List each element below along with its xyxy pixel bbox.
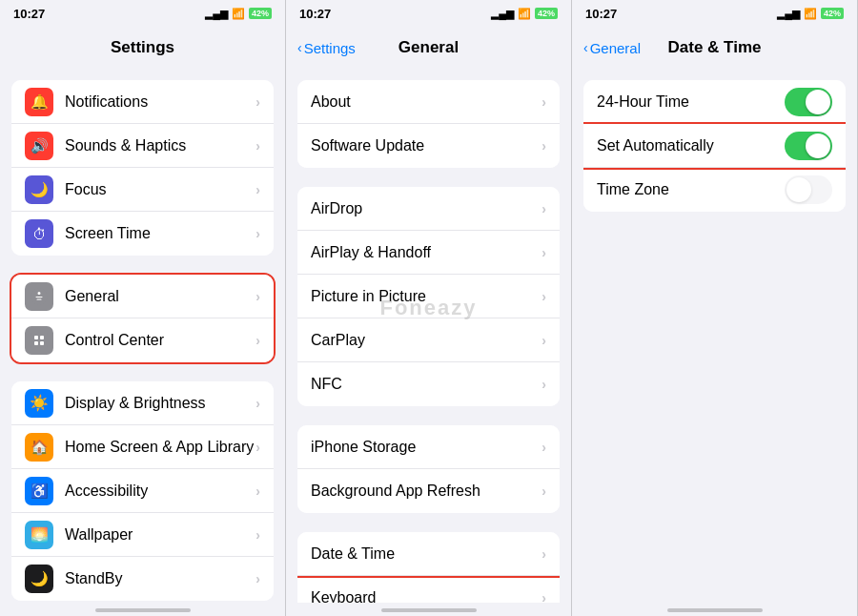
row-timezone[interactable]: Time Zone	[583, 168, 846, 212]
row-airplay[interactable]: AirPlay & Handoff ›	[297, 231, 560, 275]
svg-rect-4	[34, 341, 38, 345]
focus-icon: 🌙	[25, 175, 53, 204]
timezone-toggle-knob	[786, 177, 811, 202]
notifications-icon: 🔔	[25, 88, 53, 116]
notifications-label: Notifications	[65, 93, 255, 111]
status-bar-1: 10:27 ▂▄▆ 📶 42%	[0, 0, 285, 27]
24hour-toggle[interactable]	[785, 88, 832, 116]
row-accessibility[interactable]: ♿ Accessibility ›	[11, 469, 274, 513]
settings-group-2: General › Control Center ›	[11, 275, 274, 362]
general-label: General	[65, 288, 255, 305]
row-24hour[interactable]: 24-Hour Time	[583, 80, 846, 124]
status-bar-2: 10:27 ▂▄▆ 📶 42%	[286, 0, 571, 27]
back-btn-3[interactable]: ‹ General	[583, 40, 641, 56]
row-standby[interactable]: 🌙 StandBy ›	[11, 557, 274, 601]
wallpaper-label: Wallpaper	[65, 526, 255, 544]
accessibility-label: Accessibility	[65, 483, 255, 500]
signal-icon-1: ▂▄▆	[205, 8, 228, 20]
general-group-1: About › Software Update ›	[297, 80, 560, 168]
timezone-label: Time Zone	[597, 181, 785, 198]
row-notifications[interactable]: 🔔 Notifications ›	[11, 80, 274, 124]
settings-title: Settings	[111, 38, 174, 57]
row-sounds[interactable]: 🔊 Sounds & Haptics ›	[11, 124, 274, 168]
panel-settings: 10:27 ▂▄▆ 📶 42% Settings 🔔 Notifications…	[0, 0, 286, 616]
status-icons-2: ▂▄▆ 📶 42%	[491, 8, 558, 20]
homescreen-icon: 🏠	[25, 433, 53, 462]
row-softwareupdate[interactable]: Software Update ›	[297, 124, 560, 168]
datetime-label: Date & Time	[311, 545, 541, 563]
signal-icon-2: ▂▄▆	[491, 8, 514, 20]
home-indicator-1	[95, 608, 191, 612]
general-group-3: iPhone Storage › Background App Refresh …	[297, 425, 560, 513]
setauto-label: Set Automatically	[597, 137, 785, 154]
back-label-2: Settings	[304, 40, 356, 56]
row-airdrop[interactable]: AirDrop ›	[297, 187, 560, 231]
airplay-label: AirPlay & Handoff	[311, 244, 541, 261]
pip-label: Picture in Picture	[311, 288, 541, 305]
iphonestorage-label: iPhone Storage	[311, 439, 541, 456]
row-screentime[interactable]: ⏱ Screen Time ›	[11, 212, 274, 256]
24hour-label: 24-Hour Time	[597, 93, 785, 111]
screentime-label: Screen Time	[65, 225, 255, 242]
row-homescreen[interactable]: 🏠 Home Screen & App Library ›	[11, 425, 274, 469]
controlcenter-label: Control Center	[65, 332, 255, 349]
controlcenter-icon	[25, 326, 53, 355]
wifi-icon-2: 📶	[518, 8, 531, 20]
row-datetime[interactable]: Date & Time ›	[297, 532, 560, 576]
accessibility-icon: ♿	[25, 477, 53, 505]
datetime-group-1: 24-Hour Time Set Automatically Time Zone	[583, 80, 846, 212]
back-chevron-3: ‹	[583, 40, 588, 55]
wallpaper-icon: 🌅	[25, 521, 53, 549]
time-3: 10:27	[585, 7, 617, 21]
row-general[interactable]: General ›	[11, 275, 274, 318]
sounds-icon: 🔊	[25, 132, 53, 160]
panel-datetime: 10:27 ▂▄▆ 📶 42% ‹ General Date & Time 24…	[572, 0, 858, 616]
row-display[interactable]: ☀️ Display & Brightness ›	[11, 381, 274, 425]
home-indicator-2	[381, 608, 477, 612]
row-iphonestorage[interactable]: iPhone Storage ›	[297, 425, 560, 469]
svg-rect-3	[40, 336, 44, 339]
row-setauto[interactable]: Set Automatically	[583, 124, 846, 168]
back-chevron-2: ‹	[297, 40, 302, 55]
standby-label: StandBy	[65, 570, 255, 587]
general-list: About › Software Update › AirDrop › AirP…	[286, 69, 571, 603]
row-backgroundrefresh[interactable]: Background App Refresh ›	[297, 469, 560, 513]
panel-header-3: ‹ General Date & Time	[572, 27, 857, 69]
wifi-icon-1: 📶	[232, 8, 245, 20]
nfc-label: NFC	[311, 376, 541, 393]
standby-icon: 🌙	[25, 565, 53, 593]
setauto-toggle-knob	[806, 133, 830, 158]
general-group-2: AirDrop › AirPlay & Handoff › Picture in…	[297, 187, 560, 406]
back-label-3: General	[590, 40, 641, 56]
general-icon	[25, 282, 53, 311]
home-indicator-3	[667, 608, 763, 612]
focus-label: Focus	[65, 181, 255, 198]
time-1: 10:27	[13, 7, 45, 21]
keyboard-label: Keyboard	[311, 589, 541, 604]
datetime-panel-title: Date & Time	[668, 38, 762, 57]
back-btn-2[interactable]: ‹ Settings	[297, 40, 356, 56]
general-group-4: Date & Time › Keyboard › Fonts › Languag…	[297, 532, 560, 603]
about-label: About	[311, 93, 541, 111]
row-about[interactable]: About ›	[297, 80, 560, 124]
row-wallpaper[interactable]: 🌅 Wallpaper ›	[11, 513, 274, 557]
timezone-toggle	[785, 175, 832, 204]
status-bar-3: 10:27 ▂▄▆ 📶 42%	[572, 0, 857, 27]
setauto-toggle[interactable]	[785, 132, 832, 160]
carplay-label: CarPlay	[311, 332, 541, 349]
battery-badge-2: 42%	[535, 8, 558, 19]
row-keyboard[interactable]: Keyboard ›	[297, 576, 560, 603]
row-pip[interactable]: Picture in Picture ›	[297, 275, 560, 318]
row-nfc[interactable]: NFC ›	[297, 362, 560, 406]
status-icons-3: ▂▄▆ 📶 42%	[777, 8, 844, 20]
display-icon: ☀️	[25, 389, 53, 418]
24hour-toggle-knob	[806, 90, 830, 114]
homescreen-label: Home Screen & App Library	[65, 439, 255, 456]
row-controlcenter[interactable]: Control Center ›	[11, 318, 274, 362]
row-carplay[interactable]: CarPlay ›	[297, 318, 560, 362]
row-focus[interactable]: 🌙 Focus ›	[11, 168, 274, 212]
svg-rect-5	[40, 341, 44, 345]
panel-header-2: ‹ Settings General	[286, 27, 571, 69]
svg-rect-1	[31, 332, 48, 349]
settings-group-1: 🔔 Notifications › 🔊 Sounds & Haptics › 🌙…	[11, 80, 274, 256]
